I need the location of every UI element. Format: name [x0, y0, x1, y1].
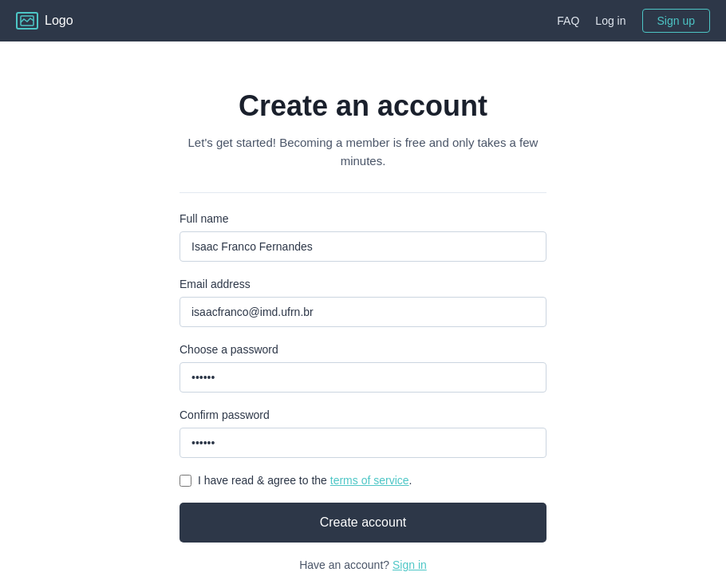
confirm-password-label: Confirm password [180, 408, 546, 421]
terms-checkbox-row: I have read & agree to the terms of serv… [180, 474, 546, 487]
email-group: Email address [180, 278, 546, 327]
signin-text: Have an account? [299, 558, 389, 571]
logo: Logo [16, 12, 73, 30]
fullname-group: Full name [180, 212, 546, 262]
fullname-input[interactable] [180, 231, 546, 262]
fullname-label: Full name [180, 212, 546, 225]
email-input[interactable] [180, 297, 546, 327]
password-input[interactable] [180, 362, 546, 393]
login-link[interactable]: Log in [595, 14, 625, 27]
registration-form: Full name Email address Choose a passwor… [180, 212, 546, 571]
terms-link[interactable]: terms of service [330, 474, 409, 487]
main-content: Create an account Let's get started! Bec… [0, 41, 726, 571]
divider [180, 192, 546, 193]
confirm-password-input[interactable] [180, 428, 546, 458]
terms-checkbox[interactable] [180, 475, 191, 487]
faq-link[interactable]: FAQ [557, 14, 579, 27]
signin-row: Have an account? Sign in [180, 558, 546, 571]
page-title: Create an account [239, 89, 487, 123]
password-group: Choose a password [180, 343, 546, 393]
create-account-button[interactable]: Create account [180, 503, 546, 543]
password-label: Choose a password [180, 343, 546, 356]
signup-button[interactable]: Sign up [642, 9, 710, 33]
terms-checkbox-label: I have read & agree to the terms of serv… [198, 474, 412, 487]
navbar-actions: FAQ Log in Sign up [557, 9, 710, 33]
email-label: Email address [180, 278, 546, 290]
confirm-password-group: Confirm password [180, 408, 546, 458]
logo-icon [16, 12, 38, 30]
page-subtitle: Let's get started! Becoming a member is … [180, 134, 546, 170]
logo-text: Logo [45, 14, 73, 28]
signin-link[interactable]: Sign in [393, 558, 427, 571]
navbar: Logo FAQ Log in Sign up [0, 0, 726, 41]
